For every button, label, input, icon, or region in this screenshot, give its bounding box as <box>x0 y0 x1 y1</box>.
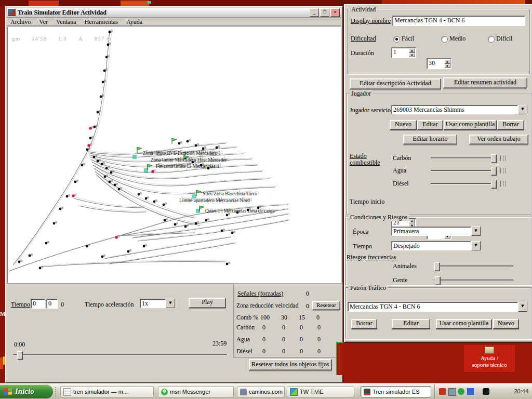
close-button[interactable]: × <box>330 8 340 17</box>
chevron-down-icon[interactable]: ▼ <box>518 302 527 312</box>
radio-dificil[interactable] <box>488 36 495 43</box>
editar-descripcion-button[interactable]: Editar descripción Actividad <box>350 78 441 89</box>
menu-herramientas[interactable]: Herramientas <box>81 18 122 26</box>
minimize-button[interactable]: _ <box>310 8 319 17</box>
comb-value: 15 <box>299 314 305 322</box>
patron-combobox[interactable]: Mercancías TGN 4 - BCN 6 ▼ <box>348 302 527 312</box>
time-field-hours[interactable]: 0 <box>31 299 45 309</box>
start-button[interactable]: Inicio <box>0 384 53 398</box>
taskbar-grip[interactable] <box>55 387 58 396</box>
duracion-hours-spinner[interactable]: 1 ▲▼ <box>391 47 416 58</box>
launcher-left-text: Má <box>0 311 5 317</box>
taskbar-item-messenger[interactable]: msn Messenger <box>158 386 234 397</box>
servicio-nuevo-button[interactable]: Nuevo <box>390 120 417 130</box>
agua-slider-thumb[interactable] <box>491 167 497 176</box>
timeline-thumb[interactable] <box>17 351 23 360</box>
carbon-slider[interactable] <box>431 154 496 163</box>
ver-orden-trabajo-button[interactable]: Ver orden trabajo <box>469 135 528 144</box>
patron-plantilla-button[interactable]: Usar como plantilla <box>436 319 492 329</box>
display-nombre-field[interactable]: Mercancías TGN 4 - BCN 6 <box>392 16 525 26</box>
jugador-servicio-combobox[interactable]: 269003 Mercancías Shimms ▼ <box>391 105 527 114</box>
menu-archivo[interactable]: Archivo <box>7 18 34 26</box>
time-field-minutes[interactable]: 0 <box>46 299 58 309</box>
spin-down-icon[interactable]: ▼ <box>409 53 415 58</box>
editar-resumen-button[interactable]: Editar resumen actividad <box>443 77 527 88</box>
launcher-top-accent <box>148 1 151 4</box>
agua-slider[interactable] <box>431 167 496 175</box>
play-button[interactable]: Play <box>189 298 226 308</box>
gente-slider[interactable] <box>434 276 513 285</box>
taskbar-item-document[interactable]: tren simulador — m... <box>60 386 154 397</box>
map-info-item: 1,0 <box>58 35 67 42</box>
taskbar-item-train-simulator[interactable]: Tren simulador ES <box>361 386 431 397</box>
taskbar-clock: 20:44 <box>514 388 528 394</box>
maximize-button[interactable]: □ <box>320 8 329 17</box>
radio-dificil-label[interactable]: Difícil <box>496 35 512 43</box>
tiempo-inicio-label: Tiempo inicio <box>350 198 384 206</box>
tray-icon-display[interactable] <box>448 388 456 396</box>
fuel-row-value: 0 <box>300 324 303 331</box>
epoca-combobox[interactable]: Primavera ▼ <box>391 227 481 236</box>
map-info-row: gm 14'58 1,0 A 857 m <box>12 35 112 42</box>
servicio-borrar-button[interactable]: Borrar <box>497 120 524 130</box>
accel-label: Tiempo aceleración <box>85 301 134 309</box>
timeline-slider[interactable] <box>13 351 227 360</box>
reset-all-button[interactable]: Resetear todos los objetos fijos <box>249 359 332 370</box>
route-map-viewport[interactable]: gm 14'58 1,0 A 857 m Zona límite RVE Est… <box>7 26 341 283</box>
tray-icon-security[interactable] <box>439 388 446 395</box>
servicio-plantilla-button[interactable]: Usar como plantilla <box>444 120 497 130</box>
gente-slider-thumb[interactable] <box>435 276 441 285</box>
patron-borrar-button[interactable]: Borrar <box>351 319 377 329</box>
tray-icon-network[interactable] <box>467 388 474 395</box>
patron-editar-button[interactable]: Editar <box>392 319 430 329</box>
help-support-link[interactable]: Ayuda / soporte técnico <box>464 345 515 372</box>
start-label: Inicio <box>15 387 34 396</box>
spin-up-icon[interactable]: ▲ <box>444 59 450 64</box>
group-actividad-title: Actividad <box>350 6 377 14</box>
taskbar-item-tv[interactable]: TW TiViE <box>287 386 354 397</box>
radio-facil[interactable] <box>393 36 400 43</box>
duracion-label: Duración <box>351 49 374 57</box>
menu-ventana[interactable]: Ventana <box>52 18 80 26</box>
track-diagram[interactable]: Zona límite RVE Estación Mercadero 1Zona… <box>8 27 340 283</box>
tray-icon-camera[interactable] <box>483 388 489 395</box>
tray-icon-messenger[interactable] <box>458 388 464 395</box>
diesel-slider[interactable] <box>431 180 496 188</box>
taskbar: Inicio tren simulador — m... msn Messeng… <box>0 383 532 399</box>
menu-ver[interactable]: Ver <box>35 18 51 26</box>
chevron-down-icon[interactable]: ▼ <box>518 105 527 114</box>
radio-medio-label[interactable]: Medio <box>449 35 466 43</box>
spin-down-icon[interactable]: ▼ <box>444 64 450 69</box>
comb-value: 100 <box>260 314 270 322</box>
patron-nuevo-button[interactable]: Nuevo <box>493 319 519 329</box>
editar-horario-button[interactable]: Editar horario <box>403 135 457 144</box>
menu-ayuda[interactable]: Ayuda <box>123 18 146 26</box>
group-condiciones-title: Condiciones y Riesgos <box>349 214 409 221</box>
radio-facil-label[interactable]: Fácil <box>402 35 414 43</box>
servicio-editar-button[interactable]: Editar <box>417 120 443 130</box>
duracion-minutes-spinner[interactable]: 30 ▲▼ <box>427 58 451 69</box>
agua-ticks <box>500 168 508 174</box>
diesel-slider-thumb[interactable] <box>491 180 497 189</box>
fuel-row-value: 0 <box>262 336 265 343</box>
fuel-row-value: 0 <box>317 348 321 355</box>
fuel-row-value: 0 <box>282 336 285 343</box>
chevron-down-icon[interactable]: ▼ <box>166 299 175 308</box>
spin-up-icon[interactable]: ▲ <box>409 48 415 53</box>
editor-titlebar[interactable]: Train Simulator Editor Actividad _ □ × <box>7 8 341 18</box>
chevron-down-icon[interactable]: ▼ <box>471 227 481 236</box>
fuel-row-value: 0 <box>300 348 303 355</box>
animales-slider[interactable] <box>434 262 513 271</box>
radio-medio[interactable] <box>441 36 448 43</box>
chevron-down-icon[interactable]: ▼ <box>471 241 481 250</box>
accel-combobox[interactable]: 1x ▼ <box>140 299 175 308</box>
app-icon <box>8 9 16 16</box>
taskbar-item-browser[interactable]: caminos.com <box>237 386 285 397</box>
resetear-button[interactable]: Resetear <box>312 301 340 310</box>
comb-value: 0 <box>316 314 320 322</box>
tv-icon <box>290 388 298 396</box>
animales-slider-thumb[interactable] <box>434 262 440 271</box>
carbon-slider-thumb[interactable] <box>491 154 497 163</box>
svg-text:Quart 1 | Mercancías zona de c: Quart 1 | Mercancías zona de carga <box>205 208 275 214</box>
tiempo-clima-combobox[interactable]: Despejado ▼ <box>391 241 481 250</box>
